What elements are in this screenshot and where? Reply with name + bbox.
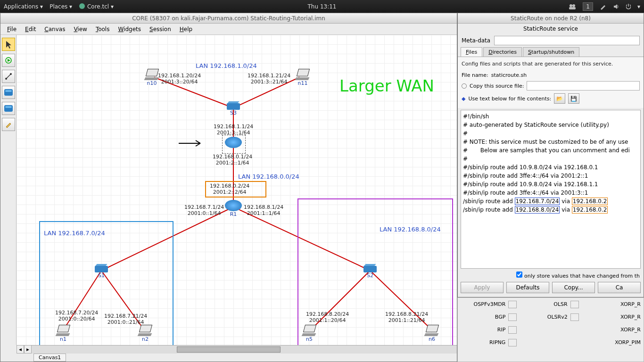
svg-point-7 (10, 73, 12, 75)
usetext-radio-icon[interactable]: ◆ (462, 96, 465, 102)
n11-ip: 192.168.1.21/24 2001:3::21/64 (248, 73, 290, 85)
left-toolbar (0, 35, 17, 345)
svc-xorp0[interactable]: XORP_R (620, 301, 641, 307)
tab-files[interactable]: Files (461, 47, 482, 57)
staticroute-dialog: StaticRoute on node R2 (n8) StaticRoute … (457, 13, 644, 297)
copy-button[interactable]: Copy... (552, 282, 595, 293)
svg-point-2 (572, 4, 575, 7)
r1-right-ip: 192.168.8.1/24 2001:1::1/64 (244, 204, 283, 216)
svg-point-6 (5, 78, 7, 80)
h-scrollbar[interactable] (17, 345, 457, 354)
svc-olsrv2[interactable]: OLSRv2 (547, 314, 568, 320)
cfg-icon[interactable] (508, 313, 517, 321)
node-n6[interactable]: n6 (424, 325, 440, 342)
places-menu[interactable]: Places ▾ (50, 3, 72, 10)
cancel-button[interactable]: Ca (598, 282, 641, 293)
node-r1[interactable]: R1 (225, 200, 242, 217)
cfg-icon[interactable] (508, 326, 517, 334)
node-n5[interactable]: n5 (301, 325, 317, 342)
metadata-input[interactable] (494, 36, 640, 45)
lan1-label: LAN 192.168.1.0/24 (196, 62, 257, 69)
usetext-label: Use text below for file contents: (468, 96, 551, 102)
n2-ip: 192.168.7.21/24 2001:0::21/64 (104, 313, 147, 325)
menu-tools[interactable]: Tools (92, 25, 114, 33)
lan7-label: LAN 192.168.7.0/24 (44, 230, 105, 237)
svc-bgp[interactable]: BGP (495, 314, 506, 320)
menu-help[interactable]: Help (176, 25, 196, 33)
canvas-tab[interactable]: Canvas1 (33, 354, 66, 362)
router-tool[interactable] (2, 86, 15, 99)
svg-point-0 (79, 3, 85, 9)
svg-line-5 (6, 74, 11, 79)
metadata-label: Meta-data (462, 37, 490, 44)
arrow-icon (177, 138, 205, 149)
save-file-icon[interactable]: 💾 (568, 93, 579, 104)
menu-edit[interactable]: Edit (21, 25, 40, 33)
menu-session[interactable]: Session (146, 25, 175, 33)
r1-top-ip: 192.168.0.2/24 2001:2::2/64 (210, 183, 249, 195)
applications-menu[interactable]: Applications ▾ (4, 3, 43, 10)
workspace-indicator[interactable]: 1 (583, 2, 593, 11)
node-s3[interactable]: S3 (227, 103, 240, 116)
copy-source-radio[interactable] (462, 83, 467, 89)
svc-ripng[interactable]: RIPNG (489, 339, 505, 346)
node-n10[interactable]: n10 (144, 69, 160, 86)
users-icon[interactable] (569, 3, 576, 10)
svc-xorp3[interactable]: XORP_PIM (615, 339, 641, 346)
menu-canvas[interactable]: Canvas (41, 25, 69, 33)
node-s1[interactable]: S1 (95, 266, 108, 279)
apply-button[interactable]: Apply (461, 282, 504, 293)
svc-ospfv3mdr[interactable]: OSPFv3MDR (474, 301, 506, 307)
n10-ip: 192.168.1.20/24 2001:3::20/64 (158, 73, 201, 85)
svc-xorp2[interactable]: XORP_R (620, 327, 641, 333)
node-r2[interactable] (225, 137, 242, 148)
n6-ip: 192.168.8.21/24 2001:1::21/64 (385, 311, 428, 323)
core-main-window: CORE (58307 on kali.Fajar-Purnama.com) S… (0, 13, 457, 362)
run-tool[interactable] (2, 54, 15, 67)
power-icon[interactable] (626, 3, 631, 10)
canvas-tab-arrows[interactable]: ◂▸ (17, 345, 32, 354)
n1-ip: 192.168.7.20/24 2001:0::20/64 (55, 310, 98, 322)
only-store-label: only store values that have changed from… (524, 273, 640, 279)
n5-ip: 192.168.8.20/24 2001:1::20/64 (306, 311, 349, 323)
svc-rip[interactable]: RIP (497, 327, 506, 333)
svg-rect-3 (569, 7, 576, 9)
tab-body: Config files and scripts that are genera… (458, 57, 644, 108)
clock[interactable]: Thu 13:11 (308, 3, 337, 10)
cfg-icon[interactable] (508, 339, 517, 346)
cfg-icon[interactable] (508, 301, 517, 308)
cfg-icon[interactable] (570, 313, 579, 321)
menu-file[interactable]: File (3, 25, 20, 33)
canvas-area[interactable]: LAN 192.168.1.0/24 LAN 192.168.0.0/24 LA… (17, 35, 457, 345)
svc-xorp1[interactable]: XORP_R (620, 314, 641, 320)
open-file-icon[interactable]: 📂 (554, 93, 565, 104)
copy-source-input[interactable] (527, 81, 640, 90)
defaults-button[interactable]: Defaults (506, 282, 549, 293)
node-n2[interactable]: n2 (137, 325, 153, 342)
dropdown-icon[interactable]: ▾ (637, 3, 640, 10)
svg-point-1 (570, 4, 572, 7)
select-tool[interactable] (2, 38, 15, 51)
app-menu[interactable]: Core.tcl ▾ (79, 3, 114, 10)
menu-widgets[interactable]: Widgets (114, 25, 145, 33)
tab-directories[interactable]: Directories (483, 47, 522, 57)
svc-olsr[interactable]: OLSR (553, 301, 567, 307)
tab-startup[interactable]: Startup/shutdown (523, 47, 579, 57)
gnome-top-panel: Applications ▾ Places ▾ Core.tcl ▾ Thu 1… (0, 0, 644, 13)
r1-left-ip: 192.168.7.1/24 2001:0::1/64 (184, 204, 224, 216)
node-n1[interactable]: n1 (55, 325, 71, 342)
node-s2[interactable]: S2 (363, 266, 377, 279)
dialog-subtitle: StaticRoute service (458, 24, 644, 34)
hub-tool[interactable] (2, 102, 15, 115)
menu-view[interactable]: View (70, 25, 91, 33)
only-store-checkbox[interactable] (516, 272, 522, 278)
brush-icon[interactable] (600, 3, 606, 10)
cfg-icon[interactable] (570, 301, 579, 308)
node-n11[interactable]: n11 (295, 69, 311, 86)
script-textarea[interactable]: #!/bin/sh # auto-generated by StaticRout… (461, 110, 641, 269)
copy-source-label: Copy this source file: (470, 83, 524, 89)
filename-value[interactable]: staticroute.sh (491, 72, 640, 78)
link-tool[interactable] (2, 70, 15, 83)
annotate-tool[interactable] (2, 118, 15, 131)
volume-icon[interactable] (613, 3, 619, 10)
